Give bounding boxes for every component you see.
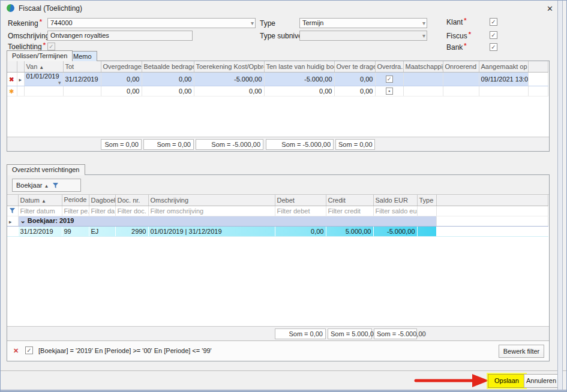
cell-betaalde[interactable]: 0,00: [142, 72, 194, 86]
sum-saldo: Som = -5.000,00: [374, 328, 417, 339]
col-van[interactable]: Van ▲: [24, 61, 63, 72]
col-ten-laste[interactable]: Ten laste van huidig boekjaar: [264, 61, 334, 72]
cell-over-te-dragen[interactable]: 0,00: [334, 72, 375, 86]
header-blank: [436, 195, 548, 206]
filter-icon[interactable]: [53, 180, 58, 192]
cell-overgedragen[interactable]: 0,00: [101, 86, 142, 96]
cell-betaalde[interactable]: 0,00: [142, 86, 194, 96]
col-saldo-eur[interactable]: Saldo EUR: [373, 195, 417, 206]
col-betaalde-bedragen[interactable]: Betaalde bedragen: [142, 61, 194, 72]
omschrijving-input[interactable]: Ontvangen royalties: [47, 31, 193, 41]
col-overdraagbaar[interactable]: Overdra...: [375, 61, 403, 72]
cell-omschrijving[interactable]: 01/01/2019 | 31/12/2019: [148, 226, 275, 236]
col-doc-nr[interactable]: Doc. nr.: [115, 195, 148, 206]
col-debet[interactable]: Debet: [275, 195, 326, 206]
filter-icon: [10, 207, 15, 215]
cell-van[interactable]: [24, 86, 63, 96]
filter-enabled-checkbox[interactable]: ✓: [25, 346, 33, 354]
cell-maatschappij[interactable]: [403, 86, 443, 96]
cell-type[interactable]: [417, 226, 436, 236]
cell-overgedragen[interactable]: 0,00: [101, 72, 142, 86]
opslaan-button[interactable]: Opslaan: [488, 374, 526, 388]
col-tot[interactable]: Tot: [63, 61, 101, 72]
filter-type-input[interactable]: [417, 206, 436, 216]
type-combobox[interactable]: Termijn ▾: [299, 18, 427, 28]
overdraagbaar-checkbox[interactable]: ▪: [386, 88, 393, 95]
cell-ten-laste[interactable]: 0,00: [264, 86, 334, 96]
col-dagboek[interactable]: Dagboek: [89, 195, 115, 206]
chevron-down-icon[interactable]: ▾: [422, 19, 425, 28]
cell-periode[interactable]: 99: [62, 226, 89, 236]
cell-toerekening[interactable]: 0,00: [194, 86, 264, 96]
col-omschrijving[interactable]: Omschrijving: [148, 195, 275, 206]
col-credit[interactable]: Credit: [326, 195, 373, 206]
col-toerekening[interactable]: Toerekening Kost/Opbrengst: [194, 61, 264, 72]
filter-credit-input[interactable]: Filter credit: [326, 206, 373, 216]
clear-filter-icon[interactable]: ✕: [13, 347, 19, 355]
klant-label: Klant*: [446, 18, 467, 26]
col-datum[interactable]: Datum ▲: [18, 195, 62, 206]
filter-debet-input[interactable]: Filter debet: [275, 206, 326, 216]
chevron-down-icon[interactable]: ▾: [251, 19, 254, 28]
collapse-icon[interactable]: ⌄: [20, 217, 26, 224]
col-type[interactable]: Type: [417, 195, 436, 206]
table-row[interactable]: ✖ ▸ 01/01/2019▾ 31/12/2019 0,00 0,00 -5.…: [7, 72, 548, 86]
group-row-boekjaar-2019[interactable]: ▸ ⌄ Boekjaar: 2019: [7, 216, 548, 226]
filter-datum-input[interactable]: Filter datum: [18, 206, 62, 216]
bank-checkbox[interactable]: ✓: [490, 43, 497, 51]
cell-saldo[interactable]: -5.000,00: [373, 226, 417, 236]
row-indicator-icon: ▸: [9, 219, 12, 225]
header-blank: [17, 61, 24, 72]
col-over-te-dragen[interactable]: Over te dragen: [334, 61, 375, 72]
rekening-combobox[interactable]: 744000 ▾: [47, 18, 256, 28]
tab-polissen-termijnen[interactable]: Polissen/Termijnen: [7, 50, 73, 61]
filter-dagboek-input[interactable]: Filter da...: [89, 206, 115, 216]
cell-van[interactable]: 01/01/2019▾: [24, 72, 63, 86]
tab-overzicht-verrichtingen[interactable]: Overzicht verrichtingen: [7, 164, 85, 175]
chevron-down-icon[interactable]: ▾: [58, 80, 61, 86]
col-overgedragen[interactable]: Overgedragen: [101, 61, 142, 72]
cell-over-te-dragen[interactable]: 0,00: [334, 86, 375, 96]
klant-checkbox[interactable]: ✓: [490, 18, 497, 26]
annuleren-button[interactable]: Annuleren: [524, 374, 559, 388]
toelichting-checkbox: ✓: [47, 43, 55, 50]
cell-onroerend[interactable]: [443, 72, 479, 86]
sort-asc-icon: ▲: [39, 65, 44, 70]
bewerk-filter-button[interactable]: Bewerk filter: [499, 345, 544, 358]
close-icon[interactable]: ✕: [547, 4, 553, 13]
cell-tot[interactable]: [63, 86, 101, 96]
required-marker: *: [40, 18, 42, 25]
cell-toerekening[interactable]: -5.000,00: [194, 72, 264, 86]
cell-ten-laste[interactable]: -5.000,00: [264, 72, 334, 86]
window-scrollbar[interactable]: [557, 1, 563, 390]
delete-row-icon[interactable]: ✖: [9, 76, 14, 83]
cell-debet[interactable]: 0,00: [275, 226, 326, 236]
cell-aangemaakt-op[interactable]: [479, 86, 528, 96]
row-indicator-icon: ▸: [19, 77, 22, 83]
table-row-new[interactable]: ✱ 0,00 0,00 0,00 0,00 0,00 ▪: [7, 86, 548, 96]
filter-doc-nr-input[interactable]: Filter doc. nr.: [115, 206, 148, 216]
filter-saldo-input[interactable]: Filter saldo eur: [373, 206, 417, 216]
col-maatschappij[interactable]: Maatschappij: [403, 61, 443, 72]
annotation-arrow-icon: [413, 372, 491, 389]
sort-asc-icon[interactable]: ▲: [44, 183, 49, 189]
cell-credit[interactable]: 5.000,00: [326, 226, 373, 236]
filter-periode-input[interactable]: Filter pe...: [62, 206, 89, 216]
col-onroerend[interactable]: Onroerend: [443, 61, 479, 72]
overdraagbaar-checkbox[interactable]: ✓: [386, 76, 393, 83]
cell-maatschappij[interactable]: [403, 72, 443, 86]
col-periode[interactable]: Periode: [62, 195, 89, 206]
cell-tot[interactable]: 31/12/2019: [63, 72, 101, 86]
sum-credit: Som = 5.000,00: [328, 328, 372, 339]
filter-omschrijving-input[interactable]: Filter omschrijving: [148, 206, 275, 216]
table-row[interactable]: 31/12/2019 99 EJ 2990 01/01/2019 | 31/12…: [7, 226, 548, 236]
col-aangemaakt-op[interactable]: Aangemaakt op: [479, 61, 528, 72]
cell-onroerend[interactable]: [443, 86, 479, 96]
cell-aangemaakt-op[interactable]: 09/11/2021 13:06: [479, 72, 528, 86]
verrichtingen-sum-footer: Som = 0,00 Som = 5.000,00 Som = -5.000,0…: [7, 326, 549, 340]
cell-dagboek[interactable]: EJ: [89, 226, 115, 236]
cell-doc-nr[interactable]: 2990: [115, 226, 148, 236]
fiscus-checkbox[interactable]: ✓: [490, 31, 497, 39]
cell-datum[interactable]: 31/12/2019: [18, 226, 62, 236]
group-by-boekjaar[interactable]: Boekjaar ▲: [12, 179, 81, 192]
